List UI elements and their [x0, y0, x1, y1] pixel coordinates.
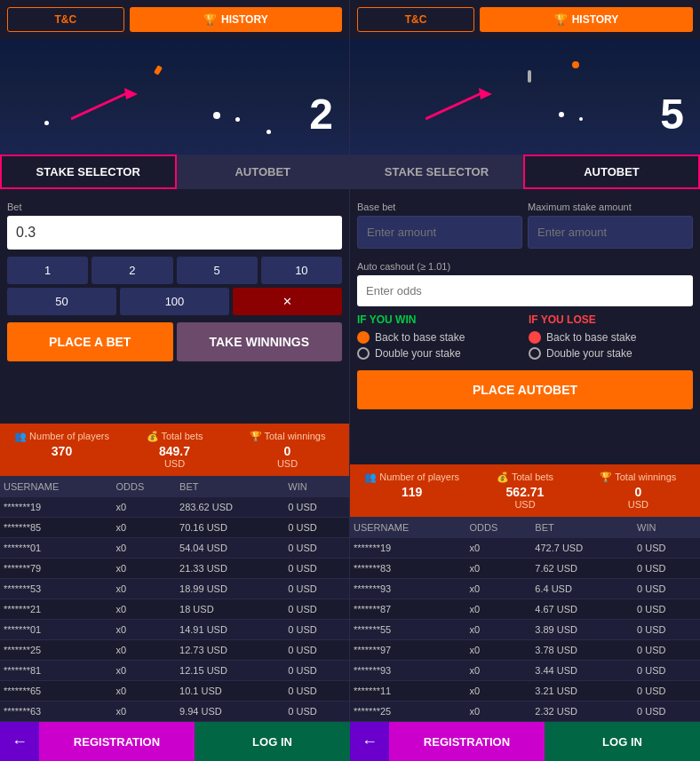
cell-win: 0 USD	[633, 538, 700, 559]
if-section: IF YOU WIN Back to base stake Double you…	[357, 313, 693, 363]
left-history-button[interactable]: 🏆 HISTORY	[130, 7, 342, 32]
table-row: *******11 x0 3.21 USD 0 USD	[350, 681, 700, 702]
quick-btn-5[interactable]: 5	[177, 257, 258, 284]
cell-bet: 3.21 USD	[531, 681, 633, 702]
place-autobet-button[interactable]: PLACE AUTOBET	[357, 370, 693, 409]
cell-win: 0 USD	[284, 599, 349, 620]
clear-button[interactable]: ✕	[233, 288, 342, 315]
cell-win: 0 USD	[633, 579, 700, 599]
cell-odds: x0	[466, 579, 532, 599]
table-row: *******21 x0 18 USD 0 USD	[0, 599, 349, 620]
right-back-button[interactable]: ←	[350, 722, 389, 761]
cell-odds: x0	[113, 661, 177, 681]
cell-username: *******65	[0, 681, 113, 702]
cell-odds: x0	[113, 518, 177, 538]
cell-username: *******97	[350, 640, 466, 661]
win-double-row: Double your stake	[357, 347, 521, 360]
odds-input[interactable]	[357, 275, 693, 306]
cell-odds: x0	[113, 681, 177, 702]
right-game-area: 5	[350, 39, 700, 155]
col-bet-r: BET	[531, 517, 633, 538]
cell-username: *******01	[0, 620, 113, 640]
max-stake-input[interactable]	[528, 216, 693, 249]
left-back-button[interactable]: ←	[0, 722, 39, 761]
if-win-section: IF YOU WIN Back to base stake Double you…	[357, 313, 521, 363]
take-winnings-button[interactable]: TAKE WINNINGS	[177, 322, 343, 361]
win-back-to-base-row: Back to base stake	[357, 331, 521, 344]
cell-odds: x0	[113, 620, 177, 640]
base-bet-input[interactable]	[357, 216, 522, 249]
cell-odds: x0	[466, 640, 532, 661]
col-odds-r: ODDS	[466, 517, 532, 538]
cell-bet: 3.44 USD	[531, 661, 633, 681]
lose-back-to-base-row: Back to base stake	[529, 331, 693, 344]
cell-username: *******25	[350, 702, 466, 722]
quick-btn-1[interactable]: 1	[7, 257, 88, 284]
quick-btn-10[interactable]: 10	[261, 257, 342, 284]
bet-input[interactable]	[7, 216, 342, 250]
cell-bet: 21.33 USD	[176, 559, 284, 579]
cell-bet: 3.89 USD	[531, 620, 633, 640]
quick-btn-100[interactable]: 100	[120, 288, 229, 315]
table-row: *******19 x0 283.62 USD 0 USD	[0, 497, 349, 518]
cell-username: *******11	[350, 681, 466, 702]
lose-back-to-base-label: Back to base stake	[546, 331, 636, 344]
left-content: Bet 1 2 5 10 50 100 ✕ PLACE A BET TAKE W…	[0, 189, 349, 424]
if-lose-section: IF YOU LOSE Back to base stake Double yo…	[529, 313, 693, 363]
quick-btn-2[interactable]: 2	[91, 257, 172, 284]
left-registration-button[interactable]: REGISTRATION	[39, 722, 195, 761]
left-tab-row: STAKE SELECTOR AUTOBET	[0, 155, 349, 189]
win-double-radio[interactable]	[357, 347, 370, 360]
left-tc-button[interactable]: T&C	[7, 7, 124, 32]
cell-odds: x0	[466, 559, 532, 579]
right-login-button[interactable]: LOG IN	[545, 722, 700, 761]
cell-win: 0 USD	[284, 579, 349, 599]
right-panel: T&C 🏆 HISTORY 5 STAKE SELECTOR	[350, 0, 700, 722]
quick-btn-50[interactable]: 50	[7, 288, 116, 315]
left-tab-stake[interactable]: STAKE SELECTOR	[0, 155, 177, 189]
cell-win: 0 USD	[633, 702, 700, 722]
cell-odds: x0	[113, 579, 177, 599]
right-stat-players: 👥 Number of players 119	[357, 472, 466, 510]
table-row: *******25 x0 2.32 USD 0 USD	[350, 702, 700, 722]
decorative-dot	[213, 112, 220, 119]
cell-username: *******83	[350, 559, 466, 579]
cell-username: *******19	[350, 538, 466, 559]
cell-win: 0 USD	[633, 620, 700, 640]
cell-odds: x0	[466, 702, 532, 722]
table-row: *******63 x0 9.94 USD 0 USD	[0, 702, 349, 722]
right-stat-bets: 💰 Total bets 562.71 USD	[470, 472, 579, 510]
decorative-dot	[235, 117, 240, 122]
left-tab-autobet[interactable]: AUTOBET	[177, 155, 350, 189]
win-back-to-base-radio[interactable]	[357, 331, 370, 344]
right-tc-button[interactable]: T&C	[357, 7, 474, 32]
decorative-dot	[572, 61, 579, 68]
cell-win: 0 USD	[284, 518, 349, 538]
right-history-button[interactable]: 🏆 HISTORY	[480, 7, 693, 32]
cell-username: *******93	[350, 661, 466, 681]
left-top-bar: T&C 🏆 HISTORY	[0, 0, 349, 39]
right-tab-stake[interactable]: STAKE SELECTOR	[350, 155, 523, 189]
cell-bet: 9.94 USD	[176, 702, 284, 722]
right-tab-row: STAKE SELECTOR AUTOBET	[350, 155, 700, 189]
right-registration-button[interactable]: REGISTRATION	[389, 722, 545, 761]
cell-bet: 18.99 USD	[176, 579, 284, 599]
place-bet-button[interactable]: PLACE A BET	[7, 322, 173, 361]
lose-double-radio[interactable]	[529, 347, 541, 360]
cell-odds: x0	[113, 640, 177, 661]
cell-odds: x0	[466, 681, 532, 702]
cell-username: *******53	[0, 579, 113, 599]
right-tab-autobet[interactable]: AUTOBET	[523, 155, 700, 189]
table-row: *******83 x0 7.62 USD 0 USD	[350, 559, 700, 579]
lose-double-label: Double your stake	[546, 347, 632, 360]
right-table: USERNAME ODDS BET WIN *******19 x0 472.7…	[350, 517, 700, 722]
left-login-button[interactable]: LOG IN	[195, 722, 350, 761]
right-top-bar: T&C 🏆 HISTORY	[350, 0, 700, 39]
lose-back-to-base-radio[interactable]	[529, 331, 541, 344]
auto-cashout-label: Auto cashout (≥ 1.01)	[357, 261, 693, 272]
left-table-container: USERNAME ODDS BET WIN *******19 x0 283.6…	[0, 476, 349, 722]
svg-line-0	[71, 92, 129, 119]
right-bottom-nav: ← REGISTRATION LOG IN	[350, 722, 700, 761]
cell-odds: x0	[466, 599, 532, 620]
table-row: *******93 x0 3.44 USD 0 USD	[350, 661, 700, 681]
